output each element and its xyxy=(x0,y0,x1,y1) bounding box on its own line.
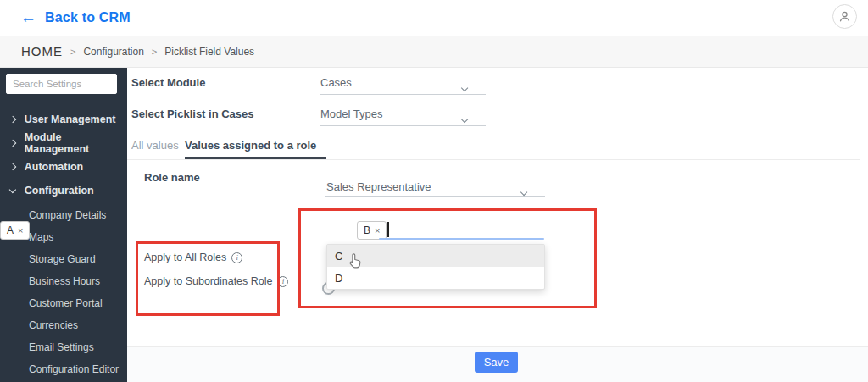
sidebar-item-configuration[interactable]: Configuration xyxy=(0,179,127,202)
role-name-dropdown[interactable] xyxy=(521,183,526,198)
text-caret xyxy=(387,222,389,237)
sidebar-item-label: User Management xyxy=(25,113,116,125)
value-search-input[interactable] xyxy=(379,238,544,240)
sidebar-subitem-email-settings[interactable]: Email Settings xyxy=(0,340,120,355)
sidebar-item-module-management[interactable]: Module Management xyxy=(0,131,127,155)
chip-label: B xyxy=(364,224,370,236)
role-name-label: Role name xyxy=(144,171,200,184)
role-name-underline xyxy=(325,196,545,197)
breadcrumb-picklist-field-values[interactable]: Picklist Field Values xyxy=(164,46,254,58)
sidebar-item-label: Module Management xyxy=(25,131,127,155)
save-button[interactable]: Save xyxy=(475,352,518,373)
sidebar-item-label: Automation xyxy=(25,161,83,173)
apply-to-subordinates-role-row[interactable]: Apply to Subordinates Role i xyxy=(144,275,288,287)
dropdown-option-c[interactable]: C xyxy=(327,245,544,267)
chevron-right-icon xyxy=(9,116,16,123)
breadcrumb-separator: > xyxy=(70,47,75,57)
info-icon: i xyxy=(277,276,288,287)
option-label: D xyxy=(335,272,342,285)
sidebar-subitem-customer-portal[interactable]: Customer Portal xyxy=(0,296,120,311)
select-picklist-value: Model Types xyxy=(320,108,382,120)
back-to-crm-label: Back to CRM xyxy=(45,10,131,25)
chevron-down-icon xyxy=(461,85,469,92)
select-module-label: Select Module xyxy=(131,76,205,89)
select-module-value: Cases xyxy=(320,76,352,89)
breadcrumb-configuration[interactable]: Configuration xyxy=(83,46,143,58)
sidebar-subitem-storage-guard[interactable]: Storage Guard xyxy=(0,252,120,267)
select-module-dropdown[interactable] xyxy=(462,79,467,94)
chip-label: A xyxy=(7,224,14,236)
breadcrumb-separator: > xyxy=(152,47,157,57)
tab-all-values[interactable]: All values xyxy=(131,139,179,152)
sidebar-menu: User Management Module Management Automa… xyxy=(0,108,127,202)
sidebar-item-user-management[interactable]: User Management xyxy=(0,108,127,131)
footer-divider xyxy=(127,346,868,347)
chevron-right-icon xyxy=(9,163,16,170)
selected-value-chip-a[interactable]: A × xyxy=(0,221,30,240)
user-avatar-button[interactable] xyxy=(832,4,857,29)
option-label: C xyxy=(335,250,342,263)
tab-values-assigned-to-role[interactable]: Values assigned to a role xyxy=(185,139,316,152)
value-options-dropdown: C D xyxy=(326,244,545,290)
chevron-down-icon xyxy=(461,116,469,124)
chip-remove-icon[interactable]: × xyxy=(375,225,380,235)
select-picklist-dropdown[interactable] xyxy=(462,110,467,125)
top-bar: ← Back to CRM xyxy=(0,0,868,36)
info-icon: i xyxy=(231,252,242,263)
sidebar-item-automation[interactable]: Automation xyxy=(0,155,127,179)
picklist-field-values-page: ← Back to CRM HOME > Configuration > Pic… xyxy=(0,0,868,382)
chevron-right-icon xyxy=(9,140,16,147)
tabs-divider xyxy=(127,159,860,160)
dropdown-option-d[interactable]: D xyxy=(327,267,544,289)
sidebar-item-label: Configuration xyxy=(25,185,94,197)
search-input[interactable] xyxy=(6,74,117,94)
chevron-down-icon xyxy=(9,185,16,192)
breadcrumb: HOME > Configuration > Picklist Field Va… xyxy=(0,36,868,68)
select-picklist-underline xyxy=(320,125,486,126)
role-name-value: Sales Representative xyxy=(326,180,431,193)
back-arrow-icon: ← xyxy=(20,8,36,28)
sidebar-subitem-currencies[interactable]: Currencies xyxy=(0,318,120,333)
chevron-down-icon xyxy=(520,189,528,197)
selected-value-chip-b[interactable]: B × xyxy=(357,221,387,240)
apply-to-subordinates-role-label: Apply to Subordinates Role xyxy=(144,275,272,287)
sidebar-subitem-configuration-editor[interactable]: Configuration Editor xyxy=(0,363,120,377)
back-to-crm-link[interactable]: ← Back to CRM xyxy=(20,8,131,28)
chip-remove-icon[interactable]: × xyxy=(18,225,23,235)
apply-to-all-roles-row[interactable]: Apply to All Roles i xyxy=(144,252,242,263)
select-module-underline xyxy=(320,94,486,95)
select-picklist-label: Select Picklist in Cases xyxy=(131,108,254,120)
breadcrumb-home[interactable]: HOME xyxy=(21,44,63,58)
sidebar-subitem-business-hours[interactable]: Business Hours xyxy=(0,274,120,289)
apply-to-all-roles-label: Apply to All Roles xyxy=(144,252,226,263)
user-avatar-icon xyxy=(837,9,852,24)
